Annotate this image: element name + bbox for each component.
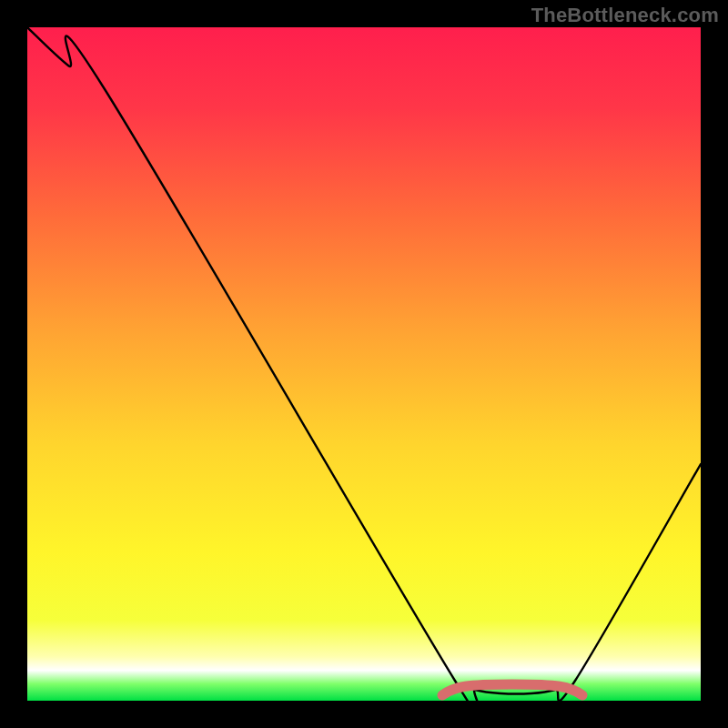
chart-container: TheBottleneck.com bbox=[0, 0, 728, 728]
watermark-text: TheBottleneck.com bbox=[531, 4, 719, 27]
plot-area bbox=[27, 27, 701, 701]
plot-svg bbox=[27, 27, 701, 701]
